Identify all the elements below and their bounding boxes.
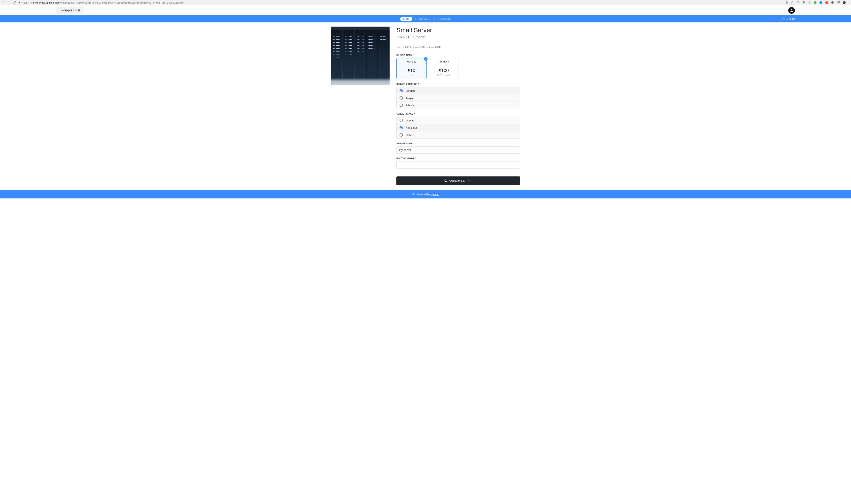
basket-count: 0 items	[787, 17, 795, 20]
lock-icon	[18, 1, 21, 4]
extension-icon[interactable]	[797, 1, 799, 4]
billing-term-options: Monthly £10 – Annually £100 £8.33 a mont…	[396, 58, 520, 79]
server-location-options: London Tokyo Atlanta	[396, 87, 520, 109]
billing-term-label: BILLING TERM *	[396, 54, 520, 56]
user-icon	[790, 9, 793, 12]
billing-option-subprice: –	[397, 74, 426, 79]
shield-icon[interactable]	[802, 1, 805, 4]
reload-icon[interactable]	[13, 1, 16, 4]
footer: Powered by Upmind	[0, 190, 851, 198]
url-prefix: https://	[22, 1, 30, 4]
user-avatar-button[interactable]	[788, 7, 795, 14]
billing-option-subprice: £8.33 a month	[429, 74, 458, 79]
brand-logo[interactable]: Example Host	[56, 7, 84, 14]
browser-extension-icons	[785, 1, 849, 4]
image-option-label: CentOS	[406, 133, 415, 137]
server-name-label: SERVER NAME*	[396, 142, 520, 145]
url-bar[interactable]: https://3mrvxolyv4br.upmind.app/order/pr…	[18, 1, 783, 4]
root-password-label: ROOT PASSWORD	[396, 157, 520, 160]
progress-dot	[415, 18, 416, 19]
basket-icon	[782, 17, 785, 21]
image-option-ubuntu[interactable]: Ubuntu	[397, 117, 520, 124]
extension-dot-blue[interactable]	[819, 1, 822, 4]
product-title: Small Server	[396, 26, 520, 34]
url-path: /order/product?catid=50381d78-0e72-d4d1-…	[59, 1, 184, 4]
server-name-input[interactable]	[396, 146, 520, 154]
progress-step-complete: COMPLETE	[438, 18, 451, 20]
product-subtitle: From £10 a month	[396, 35, 520, 39]
image-option-kali[interactable]: Kali Linux	[397, 124, 520, 131]
billing-option-annually[interactable]: Annually £100 £8.33 a month	[429, 58, 459, 79]
image-option-label: Kali Linux	[406, 126, 417, 129]
radio-icon	[400, 133, 403, 137]
star-icon[interactable]	[791, 1, 794, 4]
progress-dot	[434, 18, 435, 19]
progress-step-checkout: CHECKOUT	[418, 18, 432, 20]
panel-icon[interactable]	[837, 1, 840, 4]
power-icon[interactable]	[808, 1, 811, 4]
svg-rect-2	[837, 1, 839, 3]
profile-avatar-icon[interactable]	[843, 1, 846, 4]
image-option-label: Ubuntu	[406, 119, 415, 122]
add-to-basket-button[interactable]: Add to basket - £10	[396, 177, 520, 185]
browser-chrome: https://3mrvxolyv4br.upmind.app/order/pr…	[0, 0, 851, 5]
location-option-label: London	[406, 89, 415, 92]
billing-option-monthly[interactable]: Monthly £10 –	[396, 58, 427, 79]
svg-point-6	[849, 3, 849, 4]
server-image-options: Ubuntu Kali Linux CentOS	[396, 116, 520, 139]
footer-prefix: Powered by	[417, 193, 430, 196]
billing-option-price: £100	[429, 65, 458, 74]
location-option-tokyo[interactable]: Tokyo	[397, 94, 520, 102]
location-option-london[interactable]: London	[397, 87, 520, 94]
location-option-atlanta[interactable]: Atlanta	[397, 102, 520, 109]
url-host: 3mrvxolyv4br.upmind.app	[30, 1, 59, 4]
kebab-menu-icon[interactable]	[849, 1, 849, 4]
progress-step-shop[interactable]: SHOP	[400, 17, 412, 21]
checkout-progress: SHOP CHECKOUT COMPLETE 0 items	[0, 15, 851, 22]
check-badge-icon	[424, 57, 428, 61]
server-image-label: SERVER IMAGE *	[396, 113, 520, 115]
puzzle-icon[interactable]	[831, 1, 834, 4]
billing-option-name: Monthly	[397, 58, 426, 65]
radio-icon	[400, 96, 403, 100]
radio-icon	[400, 126, 403, 129]
radio-icon	[400, 104, 403, 107]
cta-label: Add to basket - £10	[449, 179, 472, 182]
site-header: Example Host	[0, 5, 851, 15]
svg-point-4	[849, 1, 849, 1]
location-option-label: Tokyo	[406, 96, 413, 100]
radio-icon	[400, 119, 403, 122]
radio-icon	[400, 89, 403, 92]
upmind-logo-icon	[412, 193, 415, 196]
location-option-label: Atlanta	[406, 104, 414, 107]
product-specs: 1 CPU Core, 1 GB RAM, 25 GB Disk	[396, 45, 520, 48]
extension-dot-green[interactable]	[814, 1, 817, 4]
svg-point-5	[849, 2, 849, 3]
billing-option-name: Annually	[429, 58, 458, 65]
image-option-centos[interactable]: CentOS	[397, 131, 520, 139]
product-image	[331, 26, 389, 85]
share-icon[interactable]	[785, 1, 788, 4]
back-arrow-icon[interactable]	[2, 1, 4, 4]
extension-dot-red[interactable]	[825, 1, 828, 4]
footer-link-upmind[interactable]: Upmind	[431, 193, 439, 196]
basket-indicator[interactable]: 0 items	[782, 17, 795, 21]
root-password-input[interactable]	[396, 161, 520, 168]
billing-option-price: £10	[397, 65, 426, 74]
forward-arrow-icon[interactable]	[7, 1, 11, 4]
server-location-label: SERVER LOCATION *	[396, 83, 520, 85]
basket-icon	[444, 179, 447, 183]
